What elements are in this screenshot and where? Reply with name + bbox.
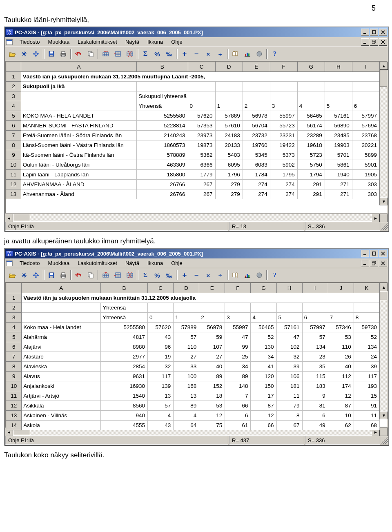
- table-add-col-icon[interactable]: [112, 270, 124, 280]
- vertical-scrollbar[interactable]: ▲ ▼: [379, 62, 387, 205]
- cell[interactable]: 303: [352, 180, 379, 189]
- move-icon[interactable]: [30, 49, 42, 59]
- cell[interactable]: 40: [328, 362, 354, 372]
- help-icon[interactable]: ?: [269, 49, 281, 59]
- cell[interactable]: 23973: [188, 131, 215, 140]
- cell[interactable]: 11: [276, 391, 302, 401]
- col-header[interactable]: I: [352, 62, 379, 72]
- cell[interactable]: 5255580: [137, 111, 188, 121]
- row-header[interactable]: 2: [6, 82, 21, 91]
- cell[interactable]: 291: [297, 189, 325, 199]
- cell[interactable]: 4: [174, 411, 199, 421]
- help-icon[interactable]: ?: [269, 270, 281, 280]
- cell[interactable]: 23768: [352, 131, 379, 140]
- cell[interactable]: [21, 101, 136, 111]
- cell[interactable]: 8980: [101, 342, 148, 352]
- book-icon[interactable]: [230, 49, 241, 59]
- cell[interactable]: 52: [354, 332, 379, 342]
- open-icon[interactable]: [7, 49, 18, 59]
- row-header[interactable]: 7: [6, 131, 21, 140]
- spreadsheet-2[interactable]: ABCDEFGHIJK1Väestö iän ja sukupuolen muk…: [5, 282, 388, 427]
- cell[interactable]: [325, 91, 352, 101]
- cell[interactable]: 130: [251, 342, 276, 352]
- cell[interactable]: [199, 303, 225, 313]
- cell[interactable]: 2: [199, 313, 225, 323]
- cell[interactable]: 15: [354, 391, 379, 401]
- col-header[interactable]: F: [270, 62, 297, 72]
- cell[interactable]: 2854: [101, 362, 148, 372]
- cell[interactable]: 23289: [297, 131, 325, 140]
- cell[interactable]: [215, 82, 243, 91]
- chart-icon[interactable]: [242, 270, 253, 280]
- cell[interactable]: 291: [297, 180, 325, 189]
- cell[interactable]: 57: [148, 401, 174, 411]
- cell[interactable]: 6095: [215, 160, 243, 170]
- cell[interactable]: Alastaro: [22, 352, 101, 362]
- cell[interactable]: 274: [243, 189, 270, 199]
- row-header[interactable]: 6: [6, 121, 21, 131]
- cell[interactable]: [21, 91, 136, 101]
- cell[interactable]: [243, 82, 270, 91]
- cell[interactable]: 267: [188, 180, 215, 189]
- cell[interactable]: 0: [188, 101, 215, 111]
- cell[interactable]: 57161: [276, 323, 302, 332]
- cell[interactable]: 19760: [243, 140, 270, 150]
- cell[interactable]: 53: [199, 401, 225, 411]
- cell[interactable]: 41: [251, 362, 276, 372]
- cell[interactable]: 7: [225, 391, 251, 401]
- cell[interactable]: 6366: [188, 160, 215, 170]
- cell[interactable]: 57620: [188, 111, 215, 121]
- minimize-button[interactable]: [361, 250, 369, 257]
- cell[interactable]: 267: [188, 189, 215, 199]
- cell[interactable]: 81: [302, 401, 328, 411]
- plus-icon[interactable]: +: [179, 49, 190, 59]
- cell[interactable]: 3: [225, 313, 251, 323]
- row-header[interactable]: 12: [6, 401, 22, 411]
- cell[interactable]: 53: [328, 332, 354, 342]
- col-header[interactable]: C: [148, 283, 174, 293]
- cell[interactable]: 49: [302, 421, 328, 430]
- move-icon[interactable]: [30, 270, 42, 280]
- cell[interactable]: 117: [148, 372, 174, 381]
- table-add-col-icon[interactable]: [112, 49, 124, 59]
- row-header[interactable]: 8: [6, 140, 21, 150]
- cell[interactable]: 181: [276, 381, 302, 391]
- cell[interactable]: 1779: [188, 170, 215, 180]
- table-add-row-icon[interactable]: [100, 49, 112, 59]
- maximize-button[interactable]: [370, 29, 378, 36]
- cell[interactable]: MANNER-SUOMI - FASTA FINLAND: [21, 121, 136, 131]
- cell[interactable]: 193: [354, 381, 379, 391]
- cell[interactable]: 107: [199, 342, 225, 352]
- cell[interactable]: 56465: [251, 323, 276, 332]
- cell[interactable]: 57346: [328, 323, 354, 332]
- row-header[interactable]: 5: [6, 332, 22, 342]
- cell[interactable]: 9: [302, 391, 328, 401]
- cell[interactable]: 56465: [297, 111, 325, 121]
- cell[interactable]: 1: [215, 101, 243, 111]
- cell[interactable]: 56704: [243, 121, 270, 131]
- maximize-button[interactable]: [370, 250, 378, 257]
- cell[interactable]: 274: [243, 180, 270, 189]
- save-icon[interactable]: [46, 270, 57, 280]
- table-remove-icon[interactable]: [124, 49, 136, 59]
- cell[interactable]: 5723: [297, 150, 325, 160]
- horizontal-scrollbar[interactable]: ◄ ►: [5, 214, 388, 221]
- menu-tiedosto[interactable]: Tiedosto: [16, 259, 44, 267]
- cell[interactable]: 89: [225, 372, 251, 381]
- cell[interactable]: [188, 82, 215, 91]
- cell[interactable]: 17: [251, 391, 276, 401]
- percent-icon[interactable]: %: [151, 49, 163, 59]
- cell[interactable]: Ahvenanmaa - Åland: [21, 189, 136, 199]
- cell[interactable]: 185800: [137, 170, 188, 180]
- col-header[interactable]: F: [225, 283, 251, 293]
- cell[interactable]: 25: [225, 352, 251, 362]
- undo-icon[interactable]: [73, 49, 85, 59]
- undo-icon[interactable]: [73, 270, 85, 280]
- cell[interactable]: 1796: [215, 170, 243, 180]
- scroll-left-icon[interactable]: ◄: [5, 214, 13, 222]
- cell[interactable]: 168: [174, 381, 199, 391]
- cell[interactable]: 56890: [325, 121, 352, 131]
- mdi-close-button[interactable]: [379, 38, 387, 46]
- mdi-system-icon[interactable]: [6, 38, 13, 46]
- col-header[interactable]: C: [188, 62, 215, 72]
